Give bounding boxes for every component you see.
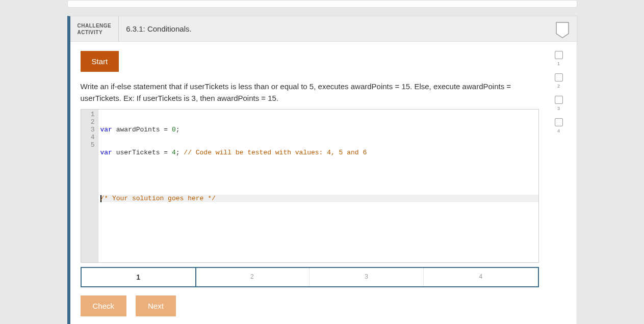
line-number: 2 [81, 118, 95, 126]
activity-tag-line1: CHALLENGE [78, 22, 112, 29]
challenge-activity-card: CHALLENGE ACTIVITY 6.3.1: Conditionals. … [67, 16, 577, 324]
step-label: 3 [557, 106, 560, 111]
step-label: 1 [557, 61, 560, 66]
code-line [100, 218, 538, 225]
code-editor[interactable]: 1 2 3 4 5 var awardPoints = 0; var userT… [81, 109, 539, 263]
code-area[interactable]: var awardPoints = 0; var userTickets = 4… [98, 110, 538, 262]
code-line [100, 172, 538, 179]
step-label: 4 [557, 128, 560, 133]
step-checkbox-2[interactable]: 2 [555, 73, 563, 89]
test-tab-4[interactable]: 4 [424, 268, 537, 286]
code-line: var userTickets = 4; // Code will be tes… [100, 149, 538, 156]
checkbox-icon [555, 96, 563, 104]
progress-sidebar: 1 2 3 4 [551, 51, 566, 316]
checkbox-icon [555, 51, 563, 59]
checkbox-icon [555, 73, 563, 82]
activity-title: 6.3.1: Conditionals. [119, 24, 191, 33]
start-button[interactable]: Start [81, 51, 119, 72]
previous-card-fragment [67, 0, 577, 8]
activity-header: CHALLENGE ACTIVITY 6.3.1: Conditionals. [70, 16, 577, 42]
line-number: 3 [81, 126, 95, 133]
test-tab-2[interactable]: 2 [195, 268, 310, 286]
completion-badge-icon [555, 21, 570, 39]
next-button[interactable]: Next [136, 295, 176, 316]
test-tab-3[interactable]: 3 [310, 268, 424, 286]
step-checkbox-4[interactable]: 4 [555, 118, 563, 133]
check-button[interactable]: Check [81, 295, 127, 316]
line-number: 1 [81, 111, 95, 118]
prompt-text: Write an if-else statement that if userT… [81, 81, 539, 104]
step-checkbox-3[interactable]: 3 [555, 96, 563, 111]
code-line: var awardPoints = 0; [100, 126, 538, 133]
step-label: 2 [557, 84, 560, 89]
test-case-nav: 1 2 3 4 [81, 267, 539, 287]
activity-tag-line2: ACTIVITY [78, 29, 112, 36]
test-tab-1[interactable]: 1 [81, 267, 196, 287]
step-checkbox-1[interactable]: 1 [555, 51, 563, 66]
checkbox-icon [555, 118, 563, 126]
line-number: 5 [81, 141, 95, 149]
line-gutter: 1 2 3 4 5 [81, 110, 98, 262]
line-number: 4 [81, 133, 95, 141]
code-line-active: /* Your solution goes here */ [100, 195, 538, 202]
activity-tag: CHALLENGE ACTIVITY [70, 16, 119, 41]
